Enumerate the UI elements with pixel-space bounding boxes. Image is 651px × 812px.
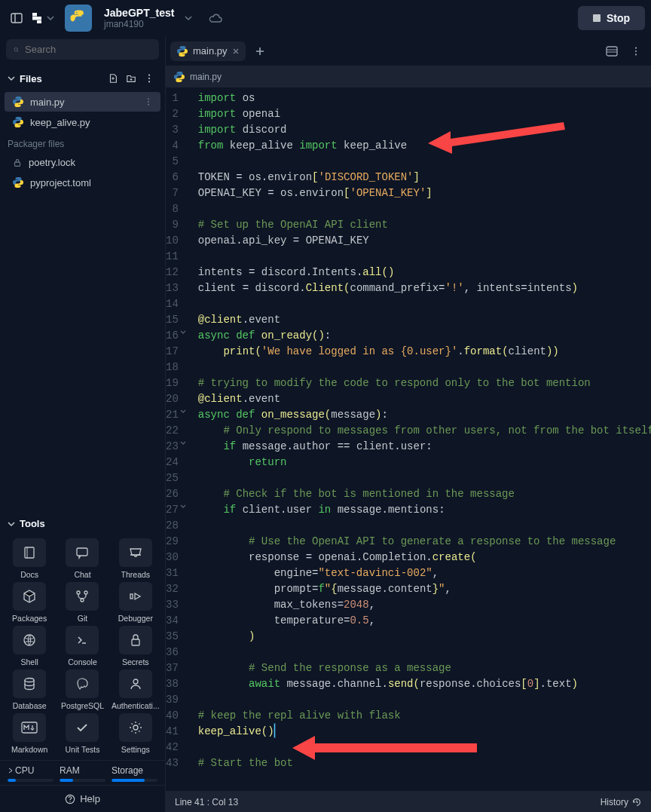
tool-label: Threads (121, 570, 151, 579)
book-icon (13, 538, 46, 567)
tool-database[interactable]: Database (5, 670, 54, 710)
file-list: main.pykeep_alive.py (0, 91, 165, 133)
svg-point-7 (148, 75, 150, 76)
help-button[interactable]: Help (0, 785, 165, 812)
cloud-sync-icon[interactable] (209, 13, 222, 23)
python-language-icon (65, 5, 92, 32)
file-item[interactable]: keep_alive.py (5, 112, 160, 132)
search-icon (14, 44, 19, 55)
md-icon (13, 713, 46, 742)
svg-point-25 (133, 679, 138, 684)
file-name: pyproject.toml (30, 177, 91, 188)
chat-icon (66, 538, 99, 567)
tool-debugger[interactable]: Debugger (111, 582, 160, 623)
tool-postgresql[interactable]: PostgreSQL (57, 670, 107, 710)
file-item[interactable]: poetry.lock (5, 153, 160, 172)
top-left-controls (6, 8, 54, 29)
tool-authenticati-[interactable]: Authenticati... (111, 670, 160, 710)
tool-markdown[interactable]: Markdown (5, 713, 54, 754)
svg-point-17 (77, 591, 80, 594)
resource-row: CPU RAM Storage (0, 760, 165, 785)
tool-label: Console (68, 657, 97, 666)
tools-header[interactable]: Tools (0, 512, 165, 535)
tool-chat[interactable]: Chat (57, 538, 107, 579)
tool-secrets[interactable]: Secrets (111, 626, 160, 666)
tool-label: Git (78, 614, 87, 623)
files-section-header[interactable]: Files (0, 66, 165, 91)
code-content[interactable]: import osimport openaiimport discordfrom… (185, 87, 651, 791)
chevron-down-icon[interactable] (185, 14, 192, 22)
resource-ram[interactable]: RAM (60, 765, 105, 782)
breadcrumb-file[interactable]: main.py (190, 72, 222, 82)
tool-label: Markdown (11, 745, 47, 754)
tool-label: Shell (20, 657, 38, 666)
tool-git[interactable]: Git (57, 582, 107, 623)
layout-toggle-icon[interactable] (6, 8, 27, 29)
svg-point-29 (70, 801, 71, 801)
play-icon (119, 582, 152, 611)
console-icon (66, 626, 99, 654)
cursor-position: Line 41 : Col 13 (175, 797, 238, 807)
svg-rect-14 (25, 547, 34, 558)
tool-label: Database (13, 701, 47, 710)
check-icon (66, 713, 99, 742)
svg-point-27 (133, 725, 138, 730)
more-icon[interactable] (144, 97, 153, 106)
svg-point-33 (635, 47, 637, 48)
file-icon (12, 176, 24, 188)
more-icon[interactable] (625, 41, 646, 62)
python-file-icon (176, 45, 188, 57)
python-file-icon (12, 96, 24, 108)
chevron-right-icon (8, 768, 14, 774)
history-button[interactable]: History (601, 797, 628, 807)
pane-layout-icon[interactable] (601, 41, 622, 62)
svg-line-6 (17, 51, 19, 52)
project-info[interactable]: JabeGPT_test jman4190 (104, 7, 174, 29)
tool-unit-tests[interactable]: Unit Tests (57, 713, 107, 754)
file-icon (12, 158, 23, 168)
tab-bar: main.py (166, 36, 651, 66)
more-icon[interactable] (141, 70, 157, 87)
shell-icon (13, 626, 46, 654)
file-name: poetry.lock (29, 157, 75, 168)
pg-icon (66, 670, 99, 698)
file-item[interactable]: pyproject.toml (5, 173, 160, 192)
history-icon[interactable] (631, 797, 642, 807)
chevron-down-icon[interactable] (47, 14, 54, 22)
files-label: Files (20, 73, 42, 84)
code-editor[interactable]: 1234567891011121314151617181920212223242… (166, 87, 651, 791)
tool-label: Chat (74, 570, 90, 579)
replit-logo-icon[interactable] (30, 11, 44, 25)
file-item[interactable]: main.py (5, 92, 160, 112)
resource-storage[interactable]: Storage (112, 765, 157, 782)
tools-grid: DocsChatThreadsPackagesGitDebuggerShellC… (0, 535, 165, 760)
tool-docs[interactable]: Docs (5, 538, 54, 579)
resource-cpu[interactable]: CPU (8, 765, 53, 782)
file-name: main.py (30, 97, 65, 108)
tool-settings[interactable]: Settings (111, 713, 160, 754)
tool-threads[interactable]: Threads (111, 538, 160, 579)
tool-shell[interactable]: Shell (5, 626, 54, 666)
packager-files-label: Packager files (0, 133, 165, 152)
tool-label: Debugger (118, 614, 153, 623)
search-input[interactable] (25, 44, 151, 55)
tool-packages[interactable]: Packages (5, 582, 54, 623)
tool-label: Packages (12, 614, 47, 623)
new-folder-icon[interactable] (123, 70, 139, 87)
stop-button[interactable]: Stop (578, 6, 645, 30)
gear-icon (119, 713, 152, 742)
add-tab-button[interactable] (250, 41, 270, 61)
svg-rect-2 (32, 13, 37, 17)
tool-console[interactable]: Console (57, 626, 107, 666)
new-file-icon[interactable] (105, 70, 121, 87)
search-bar[interactable] (6, 39, 159, 60)
close-icon[interactable] (232, 47, 240, 55)
svg-point-18 (84, 591, 87, 594)
tool-label: Authenticati... (112, 701, 160, 710)
svg-point-8 (148, 78, 150, 79)
svg-rect-20 (130, 594, 133, 599)
top-bar: JabeGPT_test jman4190 Stop (0, 0, 651, 36)
lock-icon (119, 626, 152, 654)
tab-main-py[interactable]: main.py (170, 41, 246, 61)
tool-label: Secrets (122, 657, 149, 666)
